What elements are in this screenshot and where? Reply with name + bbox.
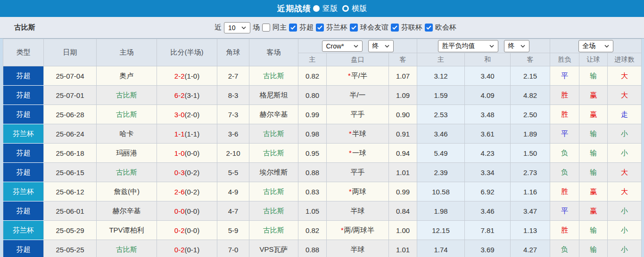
check-icon [351, 25, 356, 30]
games-label: 场 [253, 23, 260, 32]
goals-result-cell: 大 [608, 182, 642, 201]
match-row: 芬超 25-06-18 玛丽港 1-0(0-0) 2-10 古比斯 0.95 *… [3, 144, 642, 163]
scope-select[interactable]: 全场 [578, 40, 613, 52]
match-row: 芬兰杯 25-06-12 詹兹(中) 2-6(0-2) 4-9 古比斯 0.83… [3, 182, 642, 201]
handicap-away-odds: 0.99 [389, 182, 417, 201]
results-table-container: 类型 日期 主场 比分(半场) 角球 客场 Crow* 终 [0, 39, 644, 257]
odds-away-win: 1.16 [511, 182, 550, 201]
same-home-checkbox[interactable] [262, 24, 270, 32]
odds-away-win: 4.27 [511, 240, 550, 257]
home-team: 古比斯 [97, 163, 157, 182]
comp-checkbox-4[interactable] [425, 24, 433, 32]
date-cell: 25-06-24 [44, 124, 97, 144]
date-cell: 25-05-29 [44, 221, 97, 240]
near-label: 近 [215, 23, 222, 32]
halftime-score: (0-2) [185, 188, 200, 196]
comp-label-2[interactable]: 球会友谊 [360, 23, 388, 32]
comp-checkbox-1[interactable] [316, 24, 324, 32]
handicap-home-odds: 0.88 [298, 240, 327, 257]
handicap-result-cell: 赢 [579, 86, 608, 105]
result-cell: 胜 [550, 86, 579, 105]
odds-time-select[interactable]: 终 [504, 40, 529, 52]
goals-result-cell: 小 [608, 221, 642, 240]
col-type: 类型 [3, 39, 44, 66]
subcol-handicap-line: 盘口 [327, 53, 389, 66]
odds-draw: 3.40 [465, 66, 511, 86]
halftime-score: (1-0) [185, 72, 200, 80]
odds-away-win: 2.15 [511, 66, 550, 86]
same-home-label[interactable]: 同主 [272, 23, 287, 32]
comp-checkbox-2[interactable] [350, 24, 358, 32]
chevron-down-icon [489, 45, 494, 48]
league-cell: 芬超 [3, 66, 44, 86]
league-cell: 芬超 [3, 105, 44, 124]
handicap-line-text: 半球 [351, 207, 365, 215]
handicap-result-cell: 输 [579, 144, 608, 163]
corners-cell: 4-7 [217, 201, 249, 221]
goals-result-cell: 大 [608, 163, 642, 182]
bookmaker-select[interactable]: Crow* [322, 40, 363, 52]
layout-vertical-option[interactable]: 竖版 [313, 4, 338, 14]
odds-away-win: 1.89 [511, 124, 550, 144]
home-team: 古比斯 [97, 86, 157, 105]
col-score: 比分(半场) [157, 39, 217, 66]
handicap-line-text: 平手 [351, 110, 365, 118]
home-team: 古比斯 [97, 105, 157, 124]
comp-checkbox-0[interactable] [289, 24, 297, 32]
fulltime-score: 0-3 [174, 169, 185, 177]
horizontal-label[interactable]: 横版 [352, 4, 367, 14]
handicap-line: *半球 [327, 201, 389, 221]
handicap-home-odds: 0.83 [298, 182, 327, 201]
result-cell: 负 [550, 144, 579, 163]
handicap-away-odds: 0.84 [389, 201, 417, 221]
comp-checkbox-3[interactable] [391, 24, 399, 32]
league-cell: 芬超 [3, 201, 44, 221]
comp-label-0[interactable]: 芬超 [299, 23, 314, 32]
odds-away-win: 1.13 [511, 221, 550, 240]
handicap-line-text: 半球 [352, 129, 366, 137]
handicap-result-cell: 赢 [579, 201, 608, 221]
subcol-odds-draw: 和 [465, 53, 511, 66]
handicap-line-text: 两球 [352, 187, 366, 195]
team-name: 古比斯 [14, 23, 35, 32]
halftime-score: (1-1) [185, 130, 200, 138]
date-cell: 25-05-25 [44, 240, 97, 257]
away-team: 古比斯 [249, 144, 298, 163]
comp-label-4[interactable]: 欧会杯 [435, 23, 456, 32]
star-icon: * [349, 187, 352, 195]
result-cell: 胜 [550, 221, 579, 240]
handicap-time-select[interactable]: 终 [368, 40, 394, 52]
league-cell: 芬兰杯 [3, 124, 44, 144]
vertical-label[interactable]: 竖版 [322, 4, 338, 14]
comp-label-3[interactable]: 芬联杯 [401, 23, 422, 32]
match-count-select[interactable]: 10 [224, 22, 250, 33]
handicap-home-odds: 0.95 [298, 144, 327, 163]
odds-draw: 3.69 [465, 240, 511, 257]
handicap-result-cell: 输 [579, 163, 608, 182]
score-cell: 0-3(0-2) [157, 163, 217, 182]
star-icon: * [341, 226, 344, 234]
comp-label-1[interactable]: 芬兰杯 [326, 23, 347, 32]
match-row: 芬兰杯 25-06-24 哈卡 1-1(1-1) 3-6 古比斯 0.98 *半… [3, 124, 642, 144]
radio-selected-icon[interactable] [313, 5, 320, 12]
subcol-result: 胜负 [550, 53, 579, 66]
match-row: 芬超 25-06-28 古比斯 3-0(2-0) 7-3 赫尔辛基 0.99 *… [3, 105, 642, 124]
date-cell: 25-07-04 [44, 66, 97, 86]
handicap-result-cell: 输 [579, 66, 608, 86]
check-icon [317, 25, 322, 30]
layout-horizontal-option[interactable]: 横版 [342, 4, 367, 14]
odds-away-win: 2.73 [511, 163, 550, 182]
result-cell: 平 [550, 201, 579, 221]
score-cell: 3-0(2-0) [157, 105, 217, 124]
handicap-home-odds: 0.88 [298, 163, 327, 182]
goals-result-cell: 小 [608, 124, 642, 144]
handicap-home-odds: 0.82 [298, 66, 327, 86]
radio-unselected-icon[interactable] [342, 5, 349, 12]
score-cell: 0-2(0-0) [157, 221, 217, 240]
star-icon: * [349, 149, 352, 157]
goals-result-cell: 走 [608, 105, 642, 124]
odds-type-select[interactable]: 胜平负均值 [438, 40, 498, 52]
odds-home-win: 10.58 [417, 182, 465, 201]
handicap-away-odds: 0.90 [389, 105, 417, 124]
odds-draw: 4.09 [465, 86, 511, 105]
